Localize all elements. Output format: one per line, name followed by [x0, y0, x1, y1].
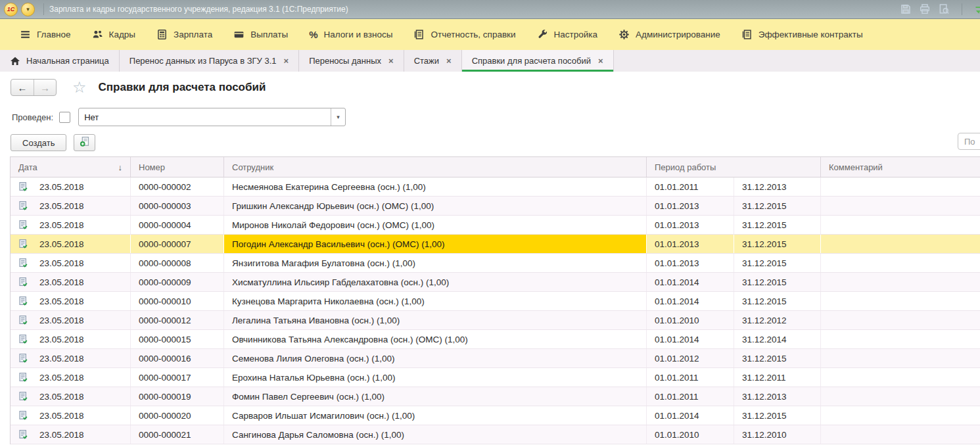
- row-cell-employee: Кузнецова Маргарита Николаевна (осн.) (1…: [224, 292, 647, 310]
- chevron-down-icon: ▾: [26, 7, 30, 12]
- menu-item-1[interactable]: Кадры: [82, 24, 146, 45]
- save-icon[interactable]: [899, 3, 912, 16]
- create-copy-icon: [79, 139, 90, 149]
- column-label: Номер: [139, 162, 165, 172]
- table-row-3[interactable]: 23.05.20180000-000007Погодин Александр В…: [11, 235, 980, 254]
- row-cell-comment: [821, 387, 980, 406]
- sync-icon[interactable]: [973, 3, 980, 16]
- row-cell-period-end: 31.12.2015: [734, 406, 821, 425]
- combobox-dropdown-button[interactable]: ▾: [331, 108, 345, 126]
- column-header-date[interactable]: Дата ↓: [11, 157, 131, 177]
- documents-table: Дата ↓ Номер Сотрудник Период работы Ком…: [10, 156, 980, 444]
- row-cell-comment: [821, 406, 980, 425]
- table-row-0[interactable]: 23.05.20180000-000002Несмеянова Екатерин…: [11, 177, 980, 197]
- menu-item-2[interactable]: Зарплата: [146, 24, 223, 45]
- tab-2[interactable]: Переносы данных×: [299, 50, 404, 72]
- tab-close-icon[interactable]: ×: [284, 56, 289, 66]
- row-cell-period-end: 31.12.2015: [734, 197, 821, 215]
- column-header-comment[interactable]: Комментарий: [821, 157, 980, 177]
- row-cell-comment: [821, 292, 980, 310]
- row-cell-number: 0000-000009: [131, 273, 224, 291]
- document-check-icon: [18, 296, 28, 306]
- row-cell-date: 23.05.2018: [35, 368, 131, 387]
- row-cell-period-end: 31.12.2015: [734, 292, 821, 310]
- table-row-6[interactable]: 23.05.20180000-000010Кузнецова Маргарита…: [11, 292, 980, 311]
- row-cell-number: 0000-000004: [131, 216, 224, 234]
- table-row-7[interactable]: 23.05.20180000-000012Легалина Татьяна Ив…: [11, 311, 980, 330]
- table-row-1[interactable]: 23.05.20180000-000003Гришкин Александр Ю…: [11, 197, 980, 216]
- tab-1[interactable]: Перенос данных из Паруса в ЗГУ 3.1×: [120, 50, 299, 72]
- row-cell-number: 0000-000021: [131, 425, 224, 444]
- row-cell-period-end: 31.12.2012: [734, 311, 821, 329]
- table-row-9[interactable]: 23.05.20180000-000016Семенова Лилия Олег…: [11, 349, 980, 368]
- table-row-2[interactable]: 23.05.20180000-000004Миронов Николай Фед…: [11, 216, 980, 235]
- table-row-8[interactable]: 23.05.20180000-000015Овчинникова Татьяна…: [11, 330, 980, 349]
- row-cell-period-start: 01.01.2011: [647, 387, 734, 406]
- row-cell-employee: Хисматуллина Ильсияр Габделахатовна (осн…: [224, 273, 647, 291]
- menu-item-0[interactable]: Главное: [9, 24, 82, 45]
- column-label: Сотрудник: [232, 162, 273, 172]
- menu-item-8[interactable]: Эффективные контракты: [731, 24, 874, 45]
- column-header-employee[interactable]: Сотрудник: [224, 157, 647, 177]
- row-cell-number: 0000-000012: [131, 311, 224, 329]
- tab-label: Справки для расчета пособий: [472, 56, 591, 66]
- row-cell-number: 0000-000010: [131, 292, 224, 310]
- table-row-12[interactable]: 23.05.20180000-000020Сарваров Ильшат Исм…: [11, 406, 980, 425]
- column-header-number[interactable]: Номер: [131, 157, 224, 177]
- people-icon: [92, 29, 103, 40]
- tab-0[interactable]: Начальная страница: [0, 50, 120, 72]
- row-cell-icon: [11, 406, 35, 425]
- system-menu-button[interactable]: ▾: [21, 3, 35, 16]
- titlebar-quick-icons: [899, 0, 980, 18]
- preview-icon[interactable]: [937, 3, 950, 16]
- menu-item-6[interactable]: Настройка: [526, 24, 608, 45]
- table-row-11[interactable]: 23.05.20180000-000019Фомин Павел Сергеев…: [11, 387, 980, 406]
- chevron-down-icon: ▾: [337, 114, 340, 120]
- back-button[interactable]: ←: [11, 80, 34, 95]
- row-cell-number: 0000-000016: [131, 349, 224, 367]
- 1c-logo: 1С: [7, 6, 15, 12]
- print-icon[interactable]: [918, 3, 931, 16]
- row-cell-period-start: 01.01.2014: [647, 406, 734, 425]
- forward-button[interactable]: →: [34, 80, 56, 95]
- 1c-logo-button[interactable]: 1С: [4, 3, 18, 16]
- tab-close-icon[interactable]: ×: [388, 56, 394, 66]
- row-cell-date: 23.05.2018: [35, 425, 131, 444]
- create-button[interactable]: Создать: [11, 134, 66, 151]
- posted-filter-checkbox[interactable]: [59, 112, 70, 123]
- row-cell-period-start: 01.01.2013: [647, 235, 734, 253]
- tab-4[interactable]: Справки для расчета пособий×: [462, 50, 614, 72]
- column-header-period[interactable]: Период работы: [647, 157, 821, 177]
- menu-item-label: Зарплата: [174, 30, 212, 39]
- search-input[interactable]: По: [958, 133, 980, 150]
- tab-close-icon[interactable]: ×: [598, 56, 603, 66]
- menu-item-4[interactable]: %Налоги и взносы: [298, 24, 403, 45]
- title-bar: 1С ▾ Зарплата и кадры государственного у…: [0, 0, 980, 19]
- row-cell-date: 23.05.2018: [35, 292, 131, 310]
- table-row-4[interactable]: 23.05.20180000-000008Янзигитова Магафия …: [11, 254, 980, 273]
- menu-item-5[interactable]: Отчетность, справки: [403, 24, 526, 45]
- menu-item-label: Администрирование: [636, 30, 720, 39]
- table-row-5[interactable]: 23.05.20180000-000009Хисматуллина Ильсия…: [11, 273, 980, 292]
- back-arrow-icon: ←: [18, 82, 28, 93]
- favorite-star-icon[interactable]: ☆: [72, 80, 87, 95]
- document-check-icon: [18, 277, 28, 287]
- posted-filter-combobox[interactable]: Нет ▾: [78, 108, 346, 126]
- table-row-10[interactable]: 23.05.20180000-000017Ерохина Наталья Юрь…: [11, 368, 980, 387]
- row-cell-employee: Сарваров Ильшат Исмагилович (осн.) (1,00…: [224, 406, 647, 425]
- menu-item-3[interactable]: Выплаты: [223, 24, 298, 45]
- table-row-13[interactable]: 23.05.20180000-000021Сангинова Дарья Сал…: [11, 425, 980, 444]
- tab-3[interactable]: Стажи×: [404, 50, 462, 72]
- row-cell-number: 0000-000008: [131, 254, 224, 272]
- tab-close-icon[interactable]: ×: [446, 56, 452, 66]
- row-cell-icon: [11, 311, 35, 329]
- row-cell-period-start: 01.01.2011: [647, 177, 734, 196]
- create-by-copy-button[interactable]: [74, 134, 95, 151]
- sections-list-icon: [20, 29, 31, 40]
- menu-item-label: Отчетность, справки: [431, 30, 515, 39]
- filter-row: Проведен: Нет ▾: [12, 107, 980, 127]
- menu-item-7[interactable]: Администрирование: [608, 24, 731, 45]
- menu-item-label: Настройка: [554, 30, 597, 39]
- row-cell-date: 23.05.2018: [35, 387, 131, 406]
- window-title: Зарплата и кадры государственного учрежд…: [49, 5, 348, 14]
